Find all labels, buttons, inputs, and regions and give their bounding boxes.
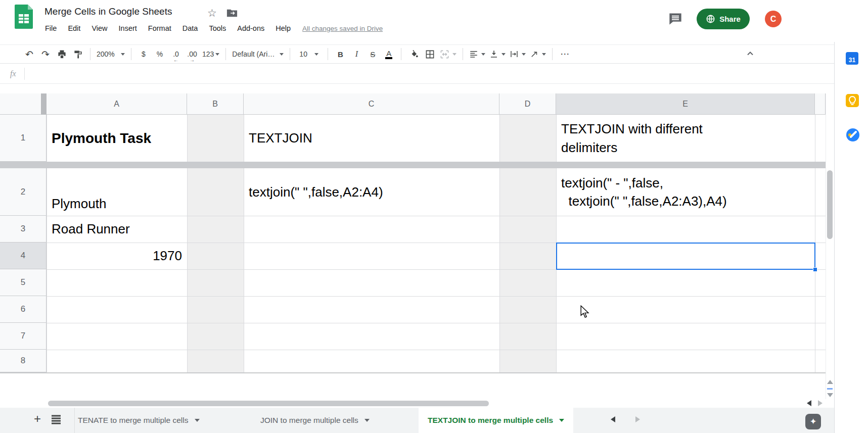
all-sheets-icon[interactable]	[51, 415, 62, 425]
sheet-tab-join[interactable]: JOIN to merge multiple cells	[260, 408, 370, 433]
row-header-4[interactable]: 4	[0, 243, 47, 269]
select-all-corner[interactable]	[0, 93, 47, 115]
gridline-v	[499, 115, 500, 372]
add-sheet-button[interactable]: +	[30, 412, 44, 426]
tasks-icon[interactable]	[846, 128, 860, 142]
keep-icon[interactable]	[846, 94, 859, 107]
cell-A3[interactable]: Road Runner	[47, 216, 187, 243]
cell-E1[interactable]: TEXTJOIN with different delimiters	[556, 115, 815, 162]
row-header-2[interactable]: 2	[0, 168, 47, 216]
google-sheets-app: Merge Cells in Google Sheets ☆ File Edit…	[0, 0, 868, 433]
frozen-row-divider	[0, 162, 826, 168]
cell-A2[interactable]: Plymouth	[47, 168, 187, 216]
spreadsheet-grid[interactable]: ABCDE12345678Plymouth TaskTEXTJOINTEXTJO…	[0, 0, 834, 433]
column-header-B[interactable]: B	[187, 93, 244, 115]
scroll-up-icon[interactable]	[827, 380, 833, 384]
column-header-D[interactable]: D	[499, 93, 556, 115]
row-header-6[interactable]: 6	[0, 296, 47, 323]
cell-A4[interactable]: 1970	[47, 243, 187, 269]
scroll-right-icon[interactable]	[818, 400, 823, 406]
cell-C2[interactable]: textjoin(" ",false,A2:A4)	[244, 168, 499, 216]
gridline-v	[187, 115, 188, 372]
next-sheet-icon[interactable]	[635, 416, 640, 422]
tab-menu-icon[interactable]	[364, 419, 370, 422]
calendar-icon[interactable]: 31	[846, 52, 858, 65]
vertical-scroll-position-marker	[827, 388, 833, 390]
column-header-sliver[interactable]	[815, 93, 826, 115]
shaded-column-D[interactable]	[499, 115, 556, 372]
selection-box[interactable]	[556, 243, 815, 270]
grid-bottom-edge	[0, 372, 826, 373]
sheet-tab-concatenate[interactable]: TENATE to merge multiple cells	[74, 408, 200, 433]
prev-sheet-icon[interactable]	[611, 416, 615, 422]
explore-button[interactable]: ✦	[805, 414, 821, 429]
column-header-C[interactable]: C	[244, 93, 499, 115]
tab-menu-icon[interactable]	[559, 419, 564, 422]
sheet-tab-textjoin-active[interactable]: TEXTJOIN to merge multiple cells	[419, 408, 573, 433]
column-header-A[interactable]: A	[47, 93, 187, 115]
scroll-down-icon[interactable]	[827, 393, 833, 397]
selection-fill-handle[interactable]	[813, 267, 817, 272]
shaded-column-B[interactable]	[187, 115, 244, 372]
row-header-3[interactable]: 3	[0, 216, 47, 243]
cell-E2[interactable]: textjoin(" - ",false, textjoin(" ",false…	[556, 168, 815, 216]
tab-navigation	[611, 416, 640, 422]
gridline-h	[47, 323, 826, 323]
cell-C1[interactable]: TEXTJOIN	[244, 115, 499, 162]
tab-menu-icon[interactable]	[195, 419, 200, 422]
row-header-8[interactable]: 8	[0, 350, 47, 372]
cell-A1[interactable]: Plymouth Task	[47, 115, 187, 162]
vertical-scrollbar-thumb[interactable]	[827, 170, 833, 239]
vertical-scrollbar[interactable]	[826, 93, 834, 399]
sheet-tab-bar: + TENATE to merge multiple cells JOIN to…	[0, 408, 834, 433]
gridline-h	[47, 350, 826, 350]
horizontal-scrollbar-thumb[interactable]	[48, 401, 489, 406]
frozen-column-indicator	[41, 93, 47, 115]
mouse-cursor	[579, 305, 590, 318]
row-header-1[interactable]: 1	[0, 115, 47, 162]
gridline-h	[47, 296, 826, 297]
row-header-7[interactable]: 7	[0, 323, 47, 350]
right-side-panel: 31	[834, 42, 868, 433]
row-header-5[interactable]: 5	[0, 269, 47, 296]
scroll-left-icon[interactable]	[807, 400, 811, 406]
column-header-E[interactable]: E	[556, 93, 815, 115]
